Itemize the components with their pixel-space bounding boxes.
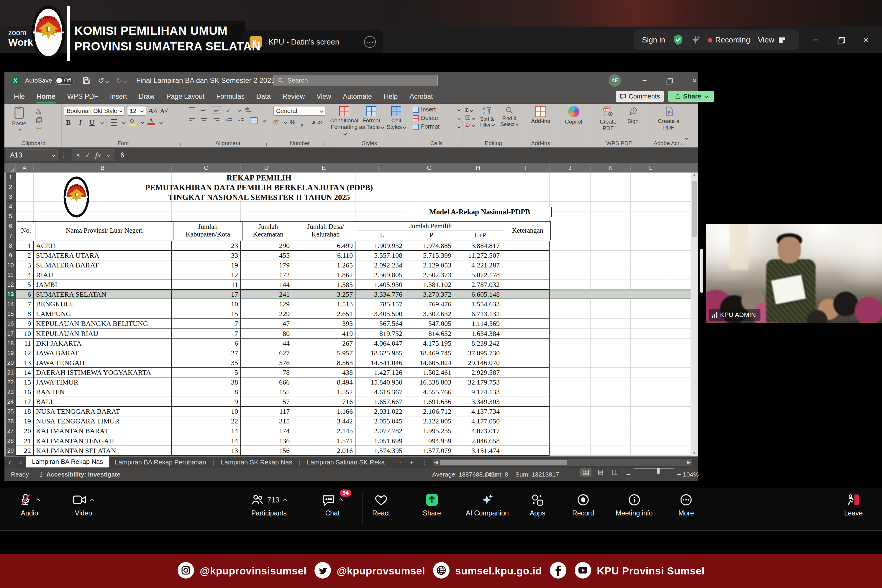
cell[interactable]: 117 xyxy=(241,406,292,416)
autosave-toggle[interactable]: Off xyxy=(55,76,74,85)
chevron-up-icon[interactable] xyxy=(282,498,287,501)
cell[interactable] xyxy=(502,192,550,202)
cell[interactable]: 3.270.372 xyxy=(405,290,454,299)
cell[interactable] xyxy=(591,329,631,339)
cell[interactable] xyxy=(16,172,34,182)
toolbar-apps-button[interactable]: Apps xyxy=(530,492,545,517)
cell[interactable]: 1.405.930 xyxy=(355,280,405,290)
cell[interactable]: 10 xyxy=(16,329,34,339)
cell[interactable] xyxy=(16,192,34,202)
cell[interactable]: 6.499 xyxy=(292,241,355,250)
row-header-23[interactable]: 23 xyxy=(6,387,16,397)
cell[interactable]: 8 xyxy=(16,309,34,319)
row-header-4[interactable]: 4 xyxy=(6,202,16,212)
cell[interactable] xyxy=(550,192,591,202)
cell[interactable] xyxy=(631,221,671,231)
cell[interactable]: 2.106.712 xyxy=(405,406,454,416)
zoom-slider[interactable] xyxy=(634,468,674,469)
cell[interactable]: 14.541.046 xyxy=(355,358,405,368)
cell[interactable] xyxy=(671,202,691,212)
cell[interactable]: KEPULAUAN RIAU xyxy=(34,329,172,339)
cell[interactable]: 1.114.569 xyxy=(454,319,502,328)
cell[interactable] xyxy=(502,387,550,397)
cell[interactable]: 1.995.235 xyxy=(405,426,454,436)
cell[interactable] xyxy=(591,378,631,387)
zoom-in-button[interactable]: + xyxy=(677,468,681,481)
number-dialog-launcher[interactable] xyxy=(324,143,328,146)
copy-icon[interactable] xyxy=(35,117,44,124)
cell[interactable]: 19 xyxy=(172,260,241,270)
clipboard-dialog-launcher[interactable] xyxy=(57,143,60,146)
cell[interactable]: BANTEN xyxy=(34,387,172,397)
cell[interactable]: 4.618.367 xyxy=(355,387,405,397)
cell[interactable] xyxy=(550,280,591,290)
toolbar-ai-button[interactable]: AI Companion xyxy=(466,492,509,517)
cell[interactable] xyxy=(631,348,671,358)
cell[interactable]: 6 xyxy=(172,339,241,348)
cell[interactable]: 1.634.384 xyxy=(454,329,502,339)
cell[interactable]: JAWA BARAT xyxy=(34,348,172,358)
cell[interactable]: 11 xyxy=(172,280,241,290)
cell[interactable]: 1.574.395 xyxy=(355,446,405,456)
window-restore-button[interactable] xyxy=(832,33,850,49)
cell[interactable]: 769.476 xyxy=(405,299,454,309)
ribbon-tab-page-layout[interactable]: Page Layout xyxy=(166,92,205,102)
cell[interactable] xyxy=(671,368,691,378)
cell[interactable] xyxy=(671,446,691,456)
cell[interactable] xyxy=(671,319,691,328)
cell[interactable] xyxy=(591,436,631,446)
cell[interactable] xyxy=(355,202,405,212)
cell[interactable]: 156 xyxy=(241,446,292,456)
increase-indent-icon[interactable] xyxy=(237,117,246,124)
cell[interactable] xyxy=(671,378,691,387)
cell[interactable] xyxy=(550,416,591,426)
fill-color-button[interactable] xyxy=(128,118,137,126)
cell[interactable]: 22 xyxy=(172,416,241,426)
row-header-1[interactable]: 1 xyxy=(6,172,16,182)
cell[interactable]: 2.129.053 xyxy=(405,260,454,270)
cell[interactable]: 10 xyxy=(172,299,241,309)
cell[interactable]: 2.046.658 xyxy=(454,436,502,446)
font-dialog-launcher[interactable] xyxy=(180,143,183,146)
status-accessibility[interactable]: Accessibility: Investigate xyxy=(38,468,120,481)
column-header-G[interactable]: G xyxy=(405,163,454,172)
cell[interactable]: 4.064.047 xyxy=(355,339,405,348)
header-jumlah-pemilih[interactable]: Jumlah Pemilih xyxy=(357,222,504,231)
cell[interactable]: 20 xyxy=(16,426,34,436)
number-format-select[interactable]: General xyxy=(273,106,325,116)
cell[interactable] xyxy=(502,339,550,348)
cell[interactable]: 2.569.805 xyxy=(355,270,405,280)
cell[interactable] xyxy=(671,348,691,358)
cell[interactable]: 15 xyxy=(16,378,34,387)
cell[interactable] xyxy=(550,182,591,192)
cell[interactable]: 3.884.817 xyxy=(454,241,502,250)
underline-button[interactable]: U xyxy=(88,118,96,126)
sheet-nav-right[interactable]: › xyxy=(15,458,26,467)
row-header-21[interactable]: 21 xyxy=(6,368,16,378)
row-header-5[interactable]: 5 xyxy=(6,212,16,221)
cell[interactable] xyxy=(550,172,591,182)
security-shield-icon[interactable] xyxy=(673,34,683,45)
search-input[interactable]: Search xyxy=(273,75,438,86)
excel-close-button[interactable]: × xyxy=(687,72,703,89)
cell[interactable]: 5 xyxy=(172,368,241,378)
cell[interactable] xyxy=(671,212,691,221)
cell[interactable]: NUSA TENGGARA BARAT xyxy=(34,406,172,416)
cell[interactable] xyxy=(671,172,691,182)
cell[interactable]: 1.166 xyxy=(292,406,355,416)
ribbon-tab-view[interactable]: View xyxy=(316,92,332,102)
ribbon-tab-review[interactable]: Review xyxy=(282,92,305,102)
row-header-12[interactable]: 12 xyxy=(6,280,16,290)
cell[interactable]: 18 xyxy=(16,406,34,416)
cell[interactable]: 2.016 xyxy=(292,446,355,456)
cell[interactable] xyxy=(631,182,671,192)
cell[interactable]: 1.974.885 xyxy=(405,241,454,250)
cell[interactable] xyxy=(502,416,550,426)
cell[interactable]: 8.239.242 xyxy=(454,339,502,348)
copilot-button[interactable]: Copilot xyxy=(565,106,582,125)
autosum-icon[interactable]: Σ xyxy=(465,107,475,114)
participant-video-tile[interactable]: KPU ADMIN xyxy=(706,224,882,323)
cell[interactable]: 3.257 xyxy=(292,290,355,299)
cell[interactable]: 1 xyxy=(16,241,34,250)
cell[interactable]: 7 xyxy=(172,329,241,339)
